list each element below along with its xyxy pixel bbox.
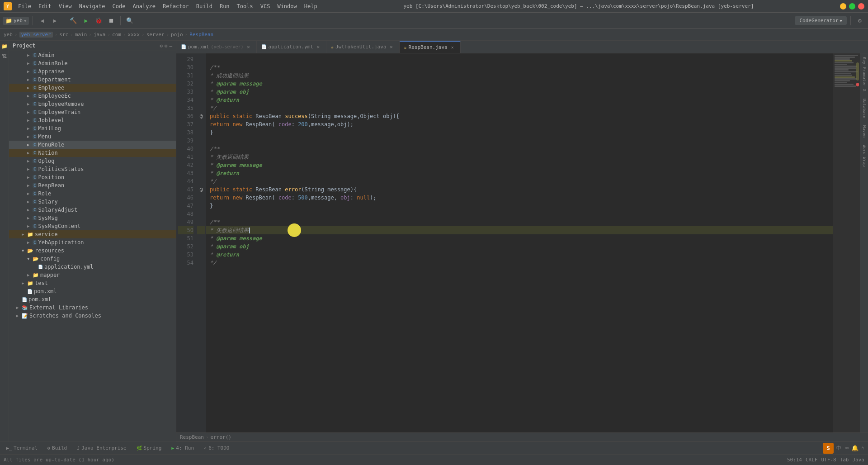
sidebar-item-external-libraries[interactable]: ▶ 📚 External Libraries xyxy=(9,304,176,312)
bc-xxxx[interactable]: xxxx xyxy=(128,32,140,38)
database-label[interactable]: Database xyxy=(861,95,868,122)
close-icon[interactable]: ✕ xyxy=(245,44,252,50)
tab-respbean[interactable]: ☕ RespBean.java ✕ xyxy=(400,41,461,53)
bc-server2[interactable]: server xyxy=(146,32,165,38)
sidebar-item-pomxml-server[interactable]: 📄 pom.xml xyxy=(9,287,176,295)
bottom-bc-error[interactable]: error() xyxy=(211,434,231,440)
tab-terminal[interactable]: ▶_ Terminal xyxy=(2,444,42,452)
sidebar-item-menurole[interactable]: ▶ C MenuRole xyxy=(9,141,176,149)
close-icon[interactable]: ✕ xyxy=(449,44,456,51)
bc-src[interactable]: src xyxy=(59,32,68,38)
sidebar-item-mapper[interactable]: ▶ 📁 mapper xyxy=(9,271,176,279)
sidebar-item-pomxml-root[interactable]: 📄 pom.xml xyxy=(9,295,176,304)
gear-icon[interactable]: ⚙ xyxy=(854,15,865,26)
bc-main[interactable]: main xyxy=(75,32,87,38)
menu-tools[interactable]: Tools xyxy=(233,2,257,10)
sidebar-item-sysmsgcontent[interactable]: ▶ C SysMsgContent xyxy=(9,222,176,230)
sidebar-item-politicsstatus[interactable]: ▶ C PoliticsStatus xyxy=(9,165,176,173)
bc-java[interactable]: java xyxy=(94,32,106,38)
sidebar-item-sysmsg[interactable]: ▶ C SysMsg xyxy=(9,214,176,222)
sidebar-item-employeetrain[interactable]: ▶ C EmployeeTrain xyxy=(9,108,176,116)
sidebar-item-resources[interactable]: ▼ 📂 resources xyxy=(9,247,176,255)
bc-yeb[interactable]: yeb xyxy=(4,32,13,38)
tab-todo[interactable]: ✓ 6: TODO xyxy=(199,444,234,452)
sidebar-minimize-btn[interactable]: — xyxy=(169,43,172,49)
status-crlf[interactable]: CRLF xyxy=(806,457,818,463)
sidebar-item-joblevel[interactable]: ▶ C Joblevel xyxy=(9,116,176,124)
sidebar-item-appraise[interactable]: ▶ C Appraise xyxy=(9,67,176,76)
tab-pomxml[interactable]: 📄 pom.xml (yeb-server) ✕ xyxy=(176,41,257,53)
sidebar-item-scratches[interactable]: ▶ 📝 Scratches and Consoles xyxy=(9,312,176,320)
menu-view[interactable]: View xyxy=(55,2,75,10)
menu-navigate[interactable]: Navigate xyxy=(75,2,109,10)
sidebar-item-maillog[interactable]: ▶ C MailLog xyxy=(9,124,176,133)
tab-build[interactable]: ⚙ Build xyxy=(43,444,71,452)
bc-respbean[interactable]: RespBean xyxy=(189,32,213,38)
menu-help[interactable]: Help xyxy=(301,2,321,10)
tab-applicationyml[interactable]: 📄 application.yml ✕ xyxy=(257,41,326,53)
sidebar-item-nation[interactable]: ▶ C Nation xyxy=(9,149,176,157)
forward-btn[interactable]: ▶ xyxy=(49,15,60,26)
sidebar-item-applicationyml[interactable]: 📄 application.yml xyxy=(9,263,176,271)
menu-edit[interactable]: Edit xyxy=(35,2,55,10)
run-btn[interactable]: ▶ xyxy=(80,15,91,26)
search-everywhere-btn[interactable]: 🔍 xyxy=(124,15,135,26)
menu-run[interactable]: Run xyxy=(216,2,233,10)
close-icon[interactable]: ✕ xyxy=(388,44,395,50)
status-indent[interactable]: Tab xyxy=(840,457,849,463)
sidebar-item-salary[interactable]: ▶ C Salary xyxy=(9,198,176,206)
sidebar-item-yebapplication[interactable]: ▶ C YebApplication xyxy=(9,238,176,247)
bottom-bc-respbean[interactable]: RespBean xyxy=(180,434,204,440)
status-position[interactable]: 50:14 xyxy=(787,457,802,463)
menu-build[interactable]: Build xyxy=(193,2,216,10)
build-btn[interactable]: 🔨 xyxy=(68,15,79,26)
sidebar-config-btn[interactable]: ⚙ xyxy=(160,43,163,49)
menu-analyze[interactable]: Analyze xyxy=(129,2,159,10)
bc-com[interactable]: com xyxy=(112,32,121,38)
menu-refactor[interactable]: Refactor xyxy=(159,2,193,10)
sidebar-item-respbean[interactable]: ▶ C RespBean xyxy=(9,181,176,190)
sidebar-item-position[interactable]: ▶ C Position xyxy=(9,173,176,181)
minimize-btn[interactable] xyxy=(840,3,846,9)
menu-window[interactable]: Window xyxy=(274,2,300,10)
menu-vcs[interactable]: VCS xyxy=(257,2,274,10)
back-btn[interactable]: ◀ xyxy=(37,15,47,26)
bc-pojo[interactable]: pojo xyxy=(171,32,183,38)
sidebar-item-menu[interactable]: ▶ C Menu xyxy=(9,133,176,141)
sidebar-item-admin[interactable]: ▶ C Admin xyxy=(9,51,176,59)
menu-code[interactable]: Code xyxy=(109,2,129,10)
tab-java-enterprise[interactable]: J Java Enterprise xyxy=(72,444,131,452)
structure-icon[interactable]: 🏗 xyxy=(1,52,8,60)
sidebar-item-oplog[interactable]: ▶ C Oplog xyxy=(9,157,176,165)
bc-server[interactable]: yeb-server xyxy=(19,32,53,38)
debug-btn[interactable]: 🐞 xyxy=(93,15,104,26)
sidebar-item-test[interactable]: ▶ 📁 test xyxy=(9,279,176,287)
sidebar-item-employeeec[interactable]: ▶ C EmployeeEc xyxy=(9,92,176,100)
key-promoter-label[interactable]: Key Promoter X xyxy=(861,53,868,95)
project-selector[interactable]: 📁 yeb ▼ xyxy=(3,17,29,25)
close-btn[interactable] xyxy=(858,3,864,9)
tab-jwttokenutil[interactable]: ☕ JwtTokenUtil.java ✕ xyxy=(326,41,400,53)
maximize-btn[interactable] xyxy=(849,3,855,9)
sidebar-item-service[interactable]: ▶ 📁 service xyxy=(9,230,176,238)
close-icon[interactable]: ✕ xyxy=(315,44,321,50)
status-lang[interactable]: Java xyxy=(853,457,865,463)
tab-run[interactable]: ▶ 4: Run xyxy=(167,444,198,452)
sidebar-item-config[interactable]: ▼ 📂 config xyxy=(9,255,176,263)
word-wrap-label[interactable]: Word Wrap xyxy=(861,141,868,171)
sidebar-item-salaryadjust[interactable]: ▶ C SalaryAdjust xyxy=(9,206,176,214)
sidebar-gear-btn[interactable]: ⚙ xyxy=(165,43,168,49)
code-generator-btn[interactable]: CodeGenerator ▼ xyxy=(795,16,847,25)
sidebar-item-role[interactable]: ▶ C Role xyxy=(9,190,176,198)
tab-spring[interactable]: 🌿 Spring xyxy=(132,444,166,452)
sidebar-item-adminrole[interactable]: ▶ C AdminRole xyxy=(9,59,176,67)
sidebar-item-employee[interactable]: ▶ C Employee xyxy=(9,84,176,92)
maven-label[interactable]: Maven xyxy=(861,122,868,141)
code-editor[interactable]: /** * 成功返回结果 * @param message * @param o… xyxy=(206,53,833,432)
stop-btn[interactable]: ⏹ xyxy=(106,15,117,26)
sidebar-item-department[interactable]: ▶ C Department xyxy=(9,76,176,84)
sonarlint-icon[interactable]: S xyxy=(823,443,834,454)
sidebar-item-employeeremove[interactable]: ▶ C EmployeeRemove xyxy=(9,100,176,108)
status-encoding[interactable]: UTF-8 xyxy=(821,457,836,463)
project-icon[interactable]: 📁 xyxy=(1,43,8,50)
